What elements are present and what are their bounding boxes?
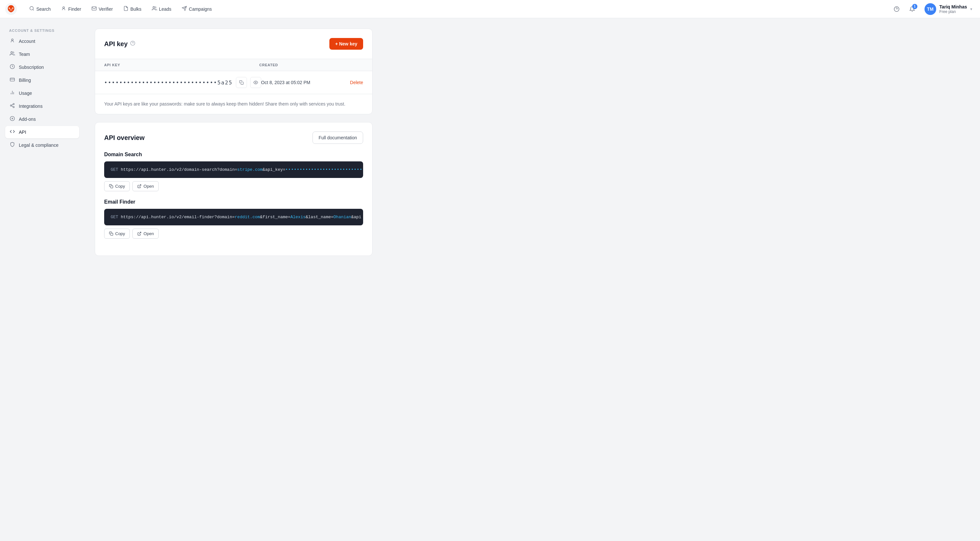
usage-icon xyxy=(9,90,16,96)
nav-campaigns[interactable]: Campaigns xyxy=(177,3,216,15)
api-note: Your API keys are like your passwords: m… xyxy=(95,94,372,114)
svg-line-21 xyxy=(12,104,13,105)
code-param-1: &api_key= xyxy=(262,167,285,172)
team-icon xyxy=(9,51,16,57)
user-menu[interactable]: TM Tariq Minhas Free plan ▾ xyxy=(922,2,975,16)
code-name2: Ohanian xyxy=(334,215,352,220)
api-overview-title: API overview xyxy=(104,134,145,142)
api-created-info: Oct 8, 2023 at 05:02 PM Delete xyxy=(261,80,363,85)
new-key-button[interactable]: + New key xyxy=(329,38,363,49)
svg-rect-29 xyxy=(111,186,113,188)
svg-point-18 xyxy=(10,105,12,106)
api-overview-body: API overview Full documentation Domain S… xyxy=(95,123,372,255)
svg-point-3 xyxy=(63,6,65,8)
full-docs-button[interactable]: Full documentation xyxy=(312,131,363,144)
sidebar-item-usage[interactable]: Usage xyxy=(5,87,79,99)
user-name: Tariq Minhas xyxy=(939,4,967,10)
nav-search[interactable]: Search xyxy=(25,3,55,15)
notifications-button[interactable]: 1 xyxy=(906,3,918,15)
help-circle-icon[interactable] xyxy=(130,41,135,47)
copy-email-finder-button[interactable]: Copy xyxy=(104,228,130,239)
open-email-finder-button[interactable]: Open xyxy=(132,228,159,239)
code-url-1: https://api.hunter.io/v2/domain-search?d… xyxy=(121,167,237,172)
code-method-1: GET xyxy=(111,167,121,172)
code-param3: &api xyxy=(351,215,361,220)
svg-line-32 xyxy=(139,232,141,234)
api-table-header: API KEY CREATED xyxy=(95,59,372,71)
sidebar-item-legal[interactable]: Legal & compliance xyxy=(5,139,79,151)
help-button[interactable] xyxy=(891,3,902,15)
api-overview-card: API overview Full documentation Domain S… xyxy=(95,122,372,256)
sidebar-item-billing[interactable]: Billing xyxy=(5,74,79,86)
domain-search-title: Domain Search xyxy=(104,152,363,158)
code-url-2: https://api.hunter.io/v2/email-finder?do… xyxy=(121,215,235,220)
app-logo[interactable] xyxy=(5,3,17,15)
copy-domain-search-button[interactable]: Copy xyxy=(104,181,130,191)
nav-finder[interactable]: Finder xyxy=(56,3,86,15)
api-key-masked: ••••••••••••••••••••••••••••••5a25 xyxy=(104,80,233,86)
search-nav-icon xyxy=(29,6,34,12)
open-domain-search-button[interactable]: Open xyxy=(132,181,159,191)
email-finder-code: GET https://api.hunter.io/v2/email-finde… xyxy=(104,209,363,225)
sidebar-item-account[interactable]: Account xyxy=(5,35,79,48)
api-key-header: API key + New key xyxy=(95,29,372,59)
api-key-title: API key xyxy=(104,40,135,48)
svg-rect-27 xyxy=(241,82,243,85)
code-method-2: GET xyxy=(111,215,121,220)
sidebar: ACCOUNT & SETTINGS Account Team Subscrip… xyxy=(0,18,84,541)
integrations-icon xyxy=(9,103,16,109)
main-content: API key + New key API KEY CREATED ••••••… xyxy=(84,18,383,541)
col-api-key: API KEY xyxy=(104,63,259,67)
svg-point-2 xyxy=(30,6,33,10)
code-domain-1: stripe.com xyxy=(237,167,262,172)
subscription-icon xyxy=(9,64,16,70)
code-key-1: •••••••••••••••••••••••••••••••• xyxy=(285,167,363,172)
domain-search-actions: Copy Open xyxy=(104,181,363,191)
sidebar-item-addons[interactable]: Add-ons xyxy=(5,113,79,125)
leads-nav-icon xyxy=(152,6,157,12)
bulks-nav-icon xyxy=(123,6,129,12)
api-key-value: ••••••••••••••••••••••••••••••5a25 xyxy=(104,77,261,88)
api-icon xyxy=(9,129,16,136)
svg-point-17 xyxy=(13,103,14,105)
sidebar-section-title: ACCOUNT & SETTINGS xyxy=(5,29,79,32)
svg-line-30 xyxy=(139,185,141,187)
col-created: CREATED xyxy=(259,63,363,67)
email-finder-title: Email Finder xyxy=(104,199,363,205)
verifier-nav-icon xyxy=(92,6,97,12)
api-overview-header: API overview Full documentation xyxy=(104,131,363,144)
svg-rect-12 xyxy=(10,78,14,81)
avatar: TM xyxy=(924,3,936,15)
copy-key-button[interactable] xyxy=(236,77,247,88)
sidebar-item-team[interactable]: Team xyxy=(5,48,79,61)
campaigns-nav-icon xyxy=(182,6,187,12)
sidebar-item-integrations[interactable]: Integrations xyxy=(5,100,79,112)
nav-verifier[interactable]: Verifier xyxy=(87,3,118,15)
finder-nav-icon xyxy=(61,6,66,12)
notif-badge: 1 xyxy=(912,4,917,9)
code-param2: &last_name= xyxy=(306,215,334,220)
nav-bulks[interactable]: Bulks xyxy=(119,3,146,15)
code-name1: Alexis xyxy=(290,215,306,220)
nav-leads[interactable]: Leads xyxy=(147,3,176,15)
svg-point-5 xyxy=(153,6,154,8)
created-date: Oct 8, 2023 at 05:02 PM xyxy=(261,80,310,85)
svg-point-10 xyxy=(11,52,12,53)
sidebar-item-subscription[interactable]: Subscription xyxy=(5,61,79,73)
account-icon xyxy=(9,38,16,45)
code-domain-2: reddit.com xyxy=(235,215,260,220)
topnav-links: Search Finder Verifier Bulks Leads xyxy=(25,3,891,15)
delete-key-button[interactable]: Delete xyxy=(350,80,363,85)
svg-point-28 xyxy=(255,82,256,83)
user-plan: Free plan xyxy=(939,10,967,14)
svg-rect-31 xyxy=(111,233,113,235)
billing-icon xyxy=(9,77,16,83)
chevron-down-icon: ▾ xyxy=(970,7,972,11)
sidebar-item-api[interactable]: API xyxy=(5,126,79,138)
legal-icon xyxy=(9,142,16,148)
svg-point-1 xyxy=(10,8,13,11)
reveal-key-button[interactable] xyxy=(250,77,261,88)
user-details: Tariq Minhas Free plan xyxy=(939,4,967,14)
code-param-2: &first_name= xyxy=(260,215,290,220)
svg-point-19 xyxy=(13,107,14,108)
